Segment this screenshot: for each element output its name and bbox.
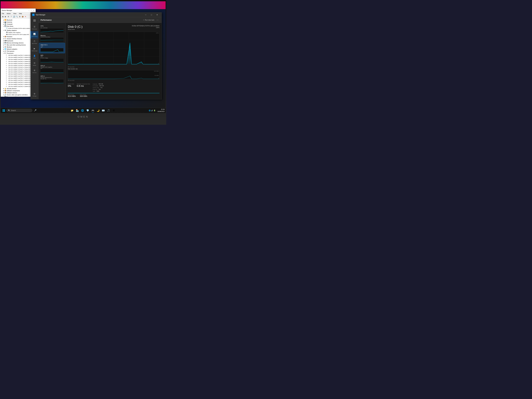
tm-nav-services[interactable]: ⚙ Services [31,68,38,75]
dm-help-button[interactable]: ? [10,15,13,18]
dm-item-processors[interactable]: ▼ ⚙ Processors [1,52,36,54]
taskbar-app-game[interactable]: 💎 [85,108,90,113]
dm-item-sound[interactable]: ▶ 🔊 Sound, video and game controllers [1,94,36,96]
write-speed-value: 326 KB/s [80,95,87,97]
dm-close-button[interactable]: ✕ [33,9,35,11]
taskbar-app-store[interactable]: 🏪 [75,108,80,113]
tm-close-button[interactable]: ✕ [154,13,160,17]
dm-item-nvidia-gpu[interactable]: 🎮 NVIDIA GeForce RTX 3070 Laptop GPU [1,33,36,36]
dm-update-button[interactable]: 🔄 [13,15,15,18]
list-item[interactable]: ◻ 11th Gen Intel(R) Core(TM) i7-11800H @… [1,63,36,65]
dm-item-memory-tech[interactable]: ▶ 💾 Memory technology devices [1,42,36,44]
start-button[interactable] [2,108,6,113]
list-item[interactable]: ◻ 11th Gen Intel(R) Core(TM) i7-11800H @… [1,77,36,79]
gpu1-type-label: NVIDIA GeForce RTX ... [40,77,63,78]
tm-perf-gpu0[interactable]: GPU 0 Intel(R) UHD Graphics 1% [39,64,65,74]
write-speed-item: Write speed 326 KB/s [80,94,87,97]
dm-item-print[interactable]: ▶ 🖨 Print queues [1,50,36,52]
dm-item-nvme[interactable]: 💿 NVMe MTFDKBA1T0TFH-1BC1AABHA [1,27,36,29]
wallpaper-bars [1,1,166,9]
dm-item-disk-drives-label: Disk drives [7,25,13,27]
dm-item-bluetooth[interactable]: ▶ 📶 Bluetooth [1,19,36,21]
dm-menu-file[interactable]: File [1,13,5,14]
tm-hamburger-menu[interactable] [32,18,37,23]
dm-item-cameras[interactable]: ▶ 📷 Cameras [1,21,36,23]
tm-nav-startup[interactable]: ▶ Startup apps [31,46,38,53]
dm-item-hid[interactable]: ▶ 🖱 Human Interface Devices [1,38,36,40]
dm-item-network[interactable]: ▶ 🌐 Network adapters [1,48,36,50]
dm-minimize-button[interactable]: ─ [28,9,30,11]
tm-perf-memory[interactable]: Memory 5.6/13.6 GB (36%) [39,34,65,43]
taskbar-app-email[interactable]: 📧 [101,108,106,113]
dm-item-display[interactable]: ▼ 🖥 Display adapters [1,29,36,32]
dm-menu-view[interactable]: View [13,13,17,14]
dm-properties-button[interactable]: ⚙ [7,15,10,18]
system-clock[interactable]: 22:39 16/08/2023 [158,108,165,113]
dm-item-storage[interactable]: ▶ 💾 Storage controllers [1,96,36,97]
dm-device-button[interactable]: 📦 [21,15,24,18]
capacity-row: Capacity: 954 GB [93,83,104,85]
dm-item-computer[interactable]: ▶ 💻 Computer [1,23,36,25]
list-item[interactable]: ◻ 11th Gen Intel(R) Core(TM) i7-11800H @… [1,85,36,88]
taskbar-app-explorer[interactable]: 📁 [70,108,74,113]
tm-nav-app-history[interactable]: ⏱ App history [31,38,38,46]
tm-perf-cpu[interactable]: CPU 6% 2.00 GHz [39,24,65,33]
dm-scan-button[interactable]: 🔍 [16,15,18,18]
tm-main-toolbar: Performance + Run new task ⋯ [38,17,162,23]
taskbar-app-monitor[interactable]: 🖥 [111,108,116,113]
list-item[interactable]: ◻ 11th Gen Intel(R) Core(TM) i7-11800H @… [1,79,36,81]
startup-icon: ▶ [34,47,35,50]
list-item[interactable]: ◻ 11th Gen Intel(R) Core(TM) i7-11800H @… [1,71,36,73]
list-item[interactable]: ◻ 11th Gen Intel(R) Core(TM) i7-11800H @… [1,61,36,63]
tm-minimize-button[interactable]: ─ [143,13,149,17]
dm-item-sw-components[interactable]: ▶ 📦 Software components [1,90,36,92]
tm-nav-settings[interactable]: ⚙ Settings [33,91,36,98]
taskbar-app-active[interactable]: 🎮 [90,108,95,113]
tm-perf-wifi[interactable]: WiFi WiFi S: 0 R: 0 Kbps [39,53,65,64]
dm-back-button[interactable]: ◀ [1,15,4,18]
list-item[interactable]: ◻ 11th Gen Intel(R) Core(TM) i7-11800H @… [1,67,36,69]
taskbar-app-browser2[interactable]: 🌙 [96,108,100,113]
disk-model-label: NVMe MTFDKBA1T0TFH-1BC1AABHA [132,25,159,27]
tm-maximize-button[interactable]: □ [149,13,154,17]
tm-nav-performance[interactable]: 📊 Performance [31,31,38,38]
dm-item-keyboards[interactable]: ▶ ⌨ Keyboards [1,40,36,42]
run-new-task-button[interactable]: + Run new task [142,19,155,21]
dm-item-sw-devices[interactable]: ▶ 📦 Software devices [1,92,36,94]
tm-perf-disk[interactable]: Disk 0 (C:) SSD 0% [39,43,65,53]
taskbar-search-box[interactable]: 🔍 Search [6,109,32,112]
task-manager-icon [32,14,35,16]
dm-item-firmware[interactable]: ▶ 📦 Firmware [1,36,36,38]
cortana-button[interactable]: 🎤 [33,109,37,112]
dm-remove-button[interactable]: ✕ [24,15,27,18]
list-item[interactable]: ◻ 11th Gen Intel(R) Core(TM) i7-11800H @… [1,58,36,61]
tm-perf-gpu1[interactable]: GPU 1 NVIDIA GeForce RTX ... 0% (35 °C) [39,74,65,84]
list-item[interactable]: ◻ 11th Gen Intel(R) Core(TM) i7-11800H @… [1,65,36,67]
taskbar-app-chrome[interactable]: 🌐 [80,108,85,113]
dm-forward-button[interactable]: ▶ [4,15,7,18]
tm-nav-processes-label: Processes [32,28,37,30]
dm-monitor-button[interactable]: 🖥 [19,15,21,18]
list-item[interactable]: ◻ 11th Gen Intel(R) Core(TM) i7-11800H @… [1,83,36,85]
dm-item-security[interactable]: ▶ 🔒 Security devices [1,88,36,90]
dm-item-intel-gpu[interactable]: 🎮 Intel(R) UHD Graphics [1,32,36,33]
list-item[interactable]: ◻ 11th Gen Intel(R) Core(TM) i7-11800H @… [1,75,36,77]
dm-item-monitors[interactable]: ▶ 🖥 Monitors [1,46,36,48]
list-item[interactable]: ◻ 11th Gen Intel(R) Core(TM) i7-11800H @… [1,54,36,56]
more-options-button[interactable]: ⋯ [155,18,159,22]
taskbar-app-media[interactable]: 🎵 [106,108,111,113]
tm-nav-users[interactable]: 👤 Users [31,53,38,60]
tm-nav-processes[interactable]: ☰ Processes [31,24,38,31]
dm-menu-action[interactable]: Action [6,13,11,14]
dm-menu-help[interactable]: Help [19,13,22,14]
gpu0-name-label: GPU 0 [40,65,63,66]
list-item[interactable]: ◻ 11th Gen Intel(R) Core(TM) i7-11800H @… [1,69,36,71]
list-item[interactable]: ◻ 11th Gen Intel(R) Core(TM) i7-11800H @… [1,81,36,83]
dm-maximize-button[interactable]: □ [30,9,32,11]
tm-nav-details[interactable]: ☰ Details [31,60,38,68]
dm-item-disk-drives[interactable]: ▼ 💾 Disk drives [1,25,36,27]
list-item[interactable]: ◻ 11th Gen Intel(R) Core(TM) i7-11800H @… [1,73,36,75]
tm-perf-list: CPU 6% 2.00 GHz [38,23,66,99]
list-item[interactable]: ◻ 11th Gen Intel(R) Core(TM) i7-11800H @… [1,56,36,58]
dm-item-mice[interactable]: ▶ 🖱 Mice and other pointing devices [1,44,36,46]
